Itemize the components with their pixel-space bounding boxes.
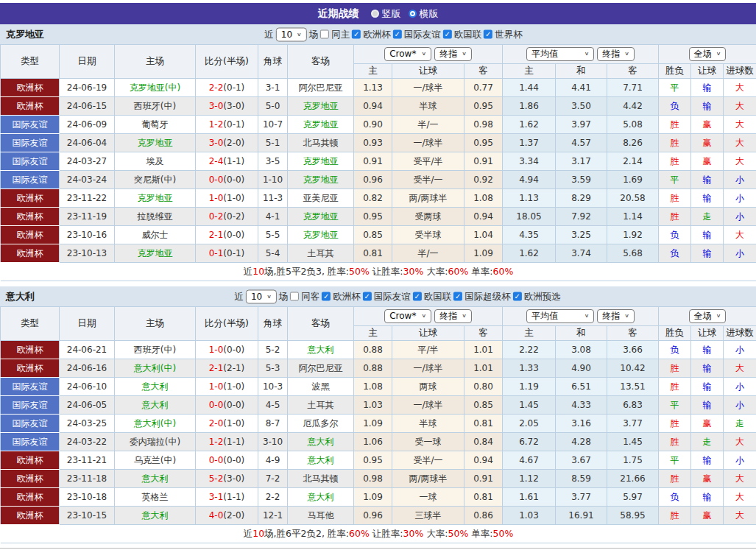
- layout-option-horizontal[interactable]: 横版: [409, 7, 439, 21]
- match-row: 国际友谊24-06-04克罗地亚3-0(2-0)5-1北马其顿0.93一/球半0…: [1, 134, 756, 152]
- average-odds-cell: 2.14: [607, 152, 659, 171]
- result-cell: 大: [724, 134, 756, 152]
- away-team-cell[interactable]: 意大利: [288, 451, 354, 470]
- home-team-cell[interactable]: 意大利: [115, 507, 196, 525]
- sub-column-header: 胜负: [659, 326, 691, 341]
- near-label: 近: [234, 290, 244, 303]
- games-label: 场: [309, 28, 319, 40]
- avg-source-select[interactable]: 平均值∨: [526, 309, 594, 323]
- league-label[interactable]: 世界杯: [495, 28, 523, 40]
- result-cell: 胜: [659, 359, 691, 378]
- score-half: (0-0): [223, 400, 244, 410]
- away-team-cell[interactable]: 克罗地亚: [288, 97, 354, 116]
- corner-cell: 5-1: [258, 134, 288, 152]
- away-team-cell[interactable]: 克罗地亚: [288, 171, 354, 189]
- match-count-select[interactable]: 10∨: [276, 27, 307, 41]
- away-team-cell[interactable]: 意大利: [288, 488, 354, 507]
- league-label[interactable]: 国际超级杯: [464, 290, 511, 303]
- column-header: 客场: [288, 307, 354, 341]
- away-team-cell[interactable]: 克罗地亚: [288, 226, 354, 244]
- section-header-row: 克罗地亚近10∨场同主✓欧洲杯✓国际友谊✓欧国联✓世界杯: [0, 24, 756, 44]
- home-team-cell[interactable]: 克罗地亚: [115, 244, 196, 263]
- league-checkbox[interactable]: ✓: [484, 30, 492, 39]
- handicap-odds-cell: 0.91: [464, 470, 503, 488]
- result-cell: 胜: [659, 116, 691, 134]
- home-team-cell[interactable]: 意大利: [115, 378, 196, 396]
- column-header: 日期: [60, 45, 115, 79]
- league-label[interactable]: 国际友谊: [404, 28, 441, 40]
- score-main: 1-0: [209, 345, 224, 355]
- same-side-label[interactable]: 同客: [301, 290, 319, 303]
- filter-bar[interactable]: 近10∨场同主✓欧洲杯✓国际友谊✓欧国联✓世界杯: [264, 27, 522, 41]
- handicap-odds-cell: 0.81: [354, 244, 392, 263]
- sub-column-header: 主: [503, 64, 556, 79]
- league-checkbox[interactable]: ✓: [453, 292, 462, 301]
- avg-odds-group: 平均值∨ 终指∨: [503, 45, 659, 64]
- home-team-cell[interactable]: 意大利: [115, 470, 196, 488]
- league-checkbox[interactable]: ✓: [393, 30, 402, 39]
- average-odds-cell: 4.57: [556, 134, 607, 152]
- score-cell: 0-1(0-1): [196, 244, 258, 263]
- home-team-cell[interactable]: 克罗地亚: [115, 189, 196, 208]
- result-cell: 输: [691, 226, 724, 244]
- home-team-cell[interactable]: 意大利: [115, 396, 196, 415]
- same-side-checkbox[interactable]: [290, 292, 299, 301]
- avg-source-select[interactable]: 平均值∨: [526, 47, 594, 61]
- summary-part: 50%: [493, 528, 514, 539]
- league-label[interactable]: 欧洲杯: [333, 290, 361, 303]
- league-checkbox[interactable]: ✓: [513, 292, 522, 301]
- league-label[interactable]: 欧洲杯: [363, 28, 391, 40]
- score-main: 3-0: [209, 138, 224, 148]
- away-team-cell[interactable]: 克罗地亚: [288, 152, 354, 171]
- radio-label-vertical[interactable]: 竖版: [382, 7, 401, 21]
- chevron-down-icon: ∨: [716, 312, 721, 320]
- home-team-cell[interactable]: 克罗地亚: [115, 134, 196, 152]
- summary-part: 50%: [448, 528, 469, 539]
- league-checkbox[interactable]: ✓: [363, 292, 372, 301]
- away-team-cell[interactable]: 意大利: [288, 341, 354, 359]
- away-team-cell[interactable]: 克罗地亚: [288, 116, 354, 134]
- league-label[interactable]: 欧国联: [454, 28, 482, 40]
- top-bar: 近期战绩 竖版 横版: [0, 3, 756, 24]
- match-row: 欧洲杯23-11-21乌克兰(中)0-0(0-0)4-9意大利0.95受半/一0…: [1, 451, 756, 470]
- radio-icon-horizontal[interactable]: [409, 10, 417, 18]
- league-checkbox[interactable]: ✓: [352, 30, 361, 39]
- score-half: (1-0): [223, 381, 244, 392]
- match-row: 国际友谊24-06-10意大利1-0(1-0)10-3波黑1.08两球0.801…: [1, 378, 756, 396]
- away-team-cell[interactable]: 克罗地亚: [288, 208, 354, 226]
- odds-source-select[interactable]: Crow*∨: [384, 309, 431, 323]
- home-team-cell[interactable]: 意大利(中): [115, 415, 196, 433]
- period-select[interactable]: 全场∨: [689, 309, 727, 323]
- avg-time-select[interactable]: 终指∨: [597, 309, 635, 323]
- away-team-cell[interactable]: 意大利: [288, 433, 354, 451]
- odds-source-select[interactable]: Crow*∨: [384, 47, 431, 61]
- league-checkbox[interactable]: ✓: [443, 30, 452, 39]
- summary-part: 50%: [349, 266, 370, 277]
- average-odds-cell: 4.67: [503, 451, 556, 470]
- layout-option-vertical[interactable]: 竖版: [371, 7, 401, 21]
- home-team-cell[interactable]: 意大利(中): [115, 359, 196, 378]
- same-side-checkbox[interactable]: [320, 30, 329, 39]
- odds-time-select[interactable]: 终指∨: [434, 47, 472, 61]
- same-side-label[interactable]: 同主: [331, 28, 350, 40]
- games-label: 场: [279, 290, 289, 303]
- handicap-odds-cell: 半球: [392, 415, 464, 433]
- radio-icon-vertical[interactable]: [371, 10, 379, 18]
- league-label[interactable]: 欧国联: [424, 290, 452, 303]
- match-count-select[interactable]: 10∨: [246, 289, 277, 303]
- score-cell: 1-2(0-1): [196, 116, 258, 134]
- home-team-cell[interactable]: 克罗地亚(中): [115, 79, 196, 97]
- league-checkbox[interactable]: ✓: [413, 292, 422, 301]
- league-label[interactable]: 欧洲预选: [524, 290, 561, 303]
- score-half: (0-0): [223, 230, 244, 240]
- league-checkbox[interactable]: ✓: [322, 292, 331, 301]
- league-label[interactable]: 国际友谊: [374, 290, 411, 303]
- match-date-cell: 24-06-19: [60, 79, 115, 97]
- match-row: 国际友谊24-03-27埃及2-4(1-1)3-5克罗地亚0.91受平/半0.9…: [1, 152, 756, 171]
- filter-bar[interactable]: 近10∨场同客✓欧洲杯✓国际友谊✓欧国联✓国际超级杯✓欧洲预选: [234, 289, 560, 303]
- handicap-odds-cell: 1.09: [354, 415, 392, 433]
- period-select[interactable]: 全场∨: [689, 47, 727, 61]
- avg-time-select[interactable]: 终指∨: [597, 47, 635, 61]
- odds-time-select[interactable]: 终指∨: [434, 309, 472, 323]
- radio-label-horizontal[interactable]: 横版: [420, 7, 439, 21]
